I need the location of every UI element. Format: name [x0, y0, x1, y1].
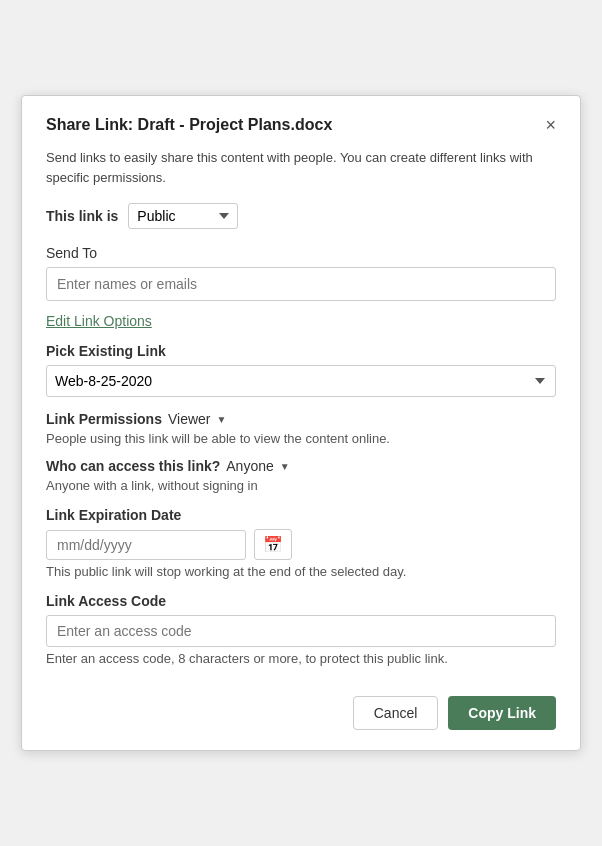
link-permissions-value: Viewer [168, 411, 211, 427]
who-can-access-row: Who can access this link? Anyone ▼ [46, 458, 556, 474]
close-button[interactable]: × [545, 116, 556, 134]
pick-existing-link-label: Pick Existing Link [46, 343, 556, 359]
cancel-button[interactable]: Cancel [353, 696, 439, 730]
pick-existing-link-section: Pick Existing Link Web-8-25-2020 [46, 343, 556, 411]
send-to-input[interactable] [46, 267, 556, 301]
edit-link-options-button[interactable]: Edit Link Options [46, 313, 152, 329]
link-type-select[interactable]: Public [128, 203, 238, 229]
modal-footer: Cancel Copy Link [46, 686, 556, 730]
copy-link-button[interactable]: Copy Link [448, 696, 556, 730]
who-can-access-desc: Anyone with a link, without signing in [46, 478, 556, 493]
modal-header: Share Link: Draft - Project Plans.docx × [46, 116, 556, 134]
who-can-access-dropdown[interactable]: ▼ [280, 461, 290, 472]
share-link-modal: Share Link: Draft - Project Plans.docx ×… [21, 95, 581, 751]
link-expiration-input[interactable] [46, 530, 246, 560]
link-access-code-input[interactable] [46, 615, 556, 647]
link-expiration-desc: This public link will stop working at th… [46, 564, 556, 579]
link-permissions-desc: People using this link will be able to v… [46, 431, 556, 446]
modal-title: Share Link: Draft - Project Plans.docx [46, 116, 332, 134]
who-can-access-label: Who can access this link? [46, 458, 220, 474]
link-type-row: This link is Public [46, 203, 556, 229]
modal-description: Send links to easily share this content … [46, 148, 556, 187]
link-access-code-label: Link Access Code [46, 593, 556, 609]
link-access-code-desc: Enter an access code, 8 characters or mo… [46, 651, 556, 666]
link-type-label: This link is [46, 208, 118, 224]
who-can-access-value: Anyone [226, 458, 273, 474]
modal-overlay: Share Link: Draft - Project Plans.docx ×… [0, 0, 602, 846]
link-expiration-row: 📅 [46, 529, 556, 560]
link-expiration-label: Link Expiration Date [46, 507, 556, 523]
link-permissions-dropdown[interactable]: ▼ [216, 414, 226, 425]
send-to-section: Send To [46, 245, 556, 301]
calendar-button[interactable]: 📅 [254, 529, 292, 560]
pick-existing-link-select[interactable]: Web-8-25-2020 [46, 365, 556, 397]
link-permissions-label: Link Permissions [46, 411, 162, 427]
send-to-label: Send To [46, 245, 556, 261]
link-permissions-row: Link Permissions Viewer ▼ [46, 411, 556, 427]
